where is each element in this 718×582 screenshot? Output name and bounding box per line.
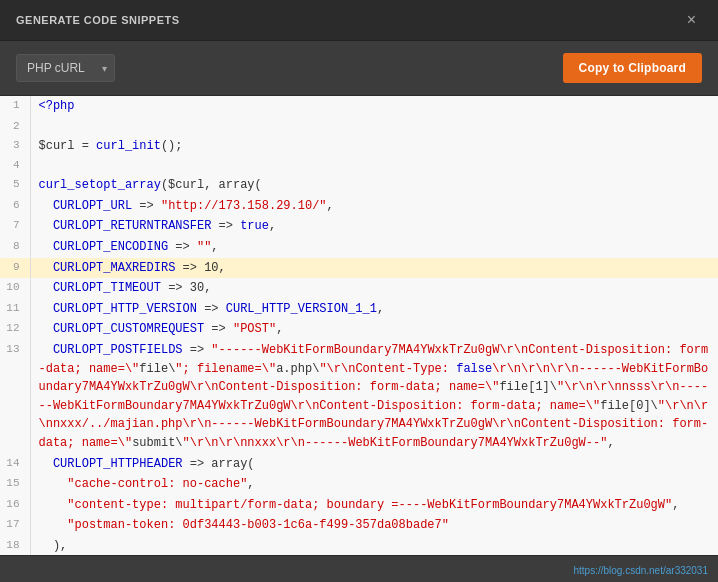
- line-code: CURLOPT_CUSTOMREQUEST => "POST",: [30, 319, 718, 340]
- line-number: 15: [0, 474, 30, 495]
- code-table: 1<?php23$curl = curl_init();45curl_setop…: [0, 96, 718, 555]
- line-number: 7: [0, 216, 30, 237]
- line-code: CURLOPT_HTTPHEADER => array(: [30, 454, 718, 475]
- line-code: $curl = curl_init();: [30, 136, 718, 157]
- copy-to-clipboard-button[interactable]: Copy to Clipboard: [563, 53, 702, 83]
- line-number: 2: [0, 117, 30, 136]
- line-code: CURLOPT_POSTFIELDS => "------WebKitFormB…: [30, 340, 718, 454]
- line-number: 11: [0, 299, 30, 320]
- line-number: 16: [0, 495, 30, 516]
- line-code: "postman-token: 0df34443-b003-1c6a-f499-…: [30, 515, 718, 536]
- line-number: 17: [0, 515, 30, 536]
- line-code: [30, 117, 718, 136]
- line-number: 8: [0, 237, 30, 258]
- line-number: 1: [0, 96, 30, 117]
- code-area: 1<?php23$curl = curl_init();45curl_setop…: [0, 96, 718, 555]
- toolbar: PHP cURL cURL JavaScript Python ▾ Copy t…: [0, 41, 718, 96]
- line-number: 12: [0, 319, 30, 340]
- modal-header: GENERATE CODE SNIPPETS ×: [0, 0, 718, 41]
- line-code: [30, 156, 718, 175]
- language-selector-wrapper[interactable]: PHP cURL cURL JavaScript Python ▾: [16, 54, 115, 82]
- line-code: CURLOPT_ENCODING => "",: [30, 237, 718, 258]
- modal-footer: https://blog.csdn.net/ar332031: [0, 555, 718, 582]
- line-number: 18: [0, 536, 30, 555]
- line-code: CURLOPT_MAXREDIRS => 10,: [30, 258, 718, 279]
- line-code: curl_setopt_array($curl, array(: [30, 175, 718, 196]
- close-button[interactable]: ×: [681, 10, 702, 30]
- line-code: CURLOPT_HTTP_VERSION => CURL_HTTP_VERSIO…: [30, 299, 718, 320]
- line-number: 3: [0, 136, 30, 157]
- footer-link[interactable]: https://blog.csdn.net/ar332031: [573, 565, 708, 576]
- line-number: 5: [0, 175, 30, 196]
- language-select[interactable]: PHP cURL cURL JavaScript Python: [16, 54, 115, 82]
- line-code: ),: [30, 536, 718, 555]
- line-code: CURLOPT_TIMEOUT => 30,: [30, 278, 718, 299]
- line-number: 9: [0, 258, 30, 279]
- line-code: <?php: [30, 96, 718, 117]
- line-code: CURLOPT_URL => "http://173.158.29.10/",: [30, 196, 718, 217]
- line-number: 6: [0, 196, 30, 217]
- line-code: "content-type: multipart/form-data; boun…: [30, 495, 718, 516]
- line-number: 4: [0, 156, 30, 175]
- line-number: 14: [0, 454, 30, 475]
- modal-container: GENERATE CODE SNIPPETS × PHP cURL cURL J…: [0, 0, 718, 582]
- line-code: "cache-control: no-cache",: [30, 474, 718, 495]
- line-number: 13: [0, 340, 30, 454]
- line-number: 10: [0, 278, 30, 299]
- modal-title: GENERATE CODE SNIPPETS: [16, 14, 180, 26]
- line-code: CURLOPT_RETURNTRANSFER => true,: [30, 216, 718, 237]
